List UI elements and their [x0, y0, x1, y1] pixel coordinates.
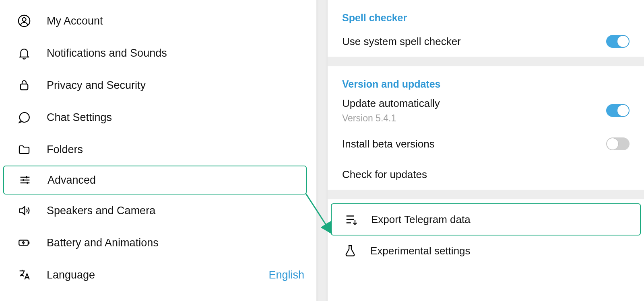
- user-icon: [16, 13, 32, 29]
- section-version-updates: Version and updates: [342, 66, 630, 92]
- highlight-export-data: Export Telegram data: [331, 203, 641, 235]
- sidebar-item-advanced[interactable]: Advanced: [3, 166, 307, 195]
- sidebar-item-battery-animations[interactable]: Battery and Animations: [0, 227, 316, 259]
- sidebar-item-label: Language: [47, 269, 268, 281]
- toggle-system-spell-checker[interactable]: [606, 35, 630, 48]
- sidebar-item-label: Speakers and Camera: [47, 205, 304, 217]
- setting-check-for-updates[interactable]: Check for updates: [342, 159, 630, 190]
- svg-point-1: [22, 18, 26, 21]
- chat-icon: [16, 109, 32, 125]
- sidebar-item-label: Battery and Animations: [47, 237, 304, 249]
- setting-label: Use system spell checker: [342, 35, 606, 48]
- sidebar-item-speakers-camera[interactable]: Speakers and Camera: [0, 195, 316, 227]
- setting-update-automatically[interactable]: Update automatically Version 5.4.1: [342, 92, 630, 129]
- bell-icon: [16, 45, 32, 61]
- language-icon: [16, 267, 32, 283]
- sidebar-item-folders[interactable]: Folders: [0, 133, 316, 166]
- section-spell-checker: Spell checker: [342, 0, 630, 26]
- sidebar-item-label: Folders: [47, 143, 304, 156]
- sidebar-item-value: English: [268, 269, 304, 281]
- sidebar-item-notifications[interactable]: Notifications and Sounds: [0, 37, 316, 69]
- setting-label: Install beta versions: [342, 138, 606, 150]
- sidebar-item-label: Privacy and Security: [47, 79, 304, 92]
- sidebar-item-label: My Account: [47, 15, 304, 27]
- sidebar-item-label: Notifications and Sounds: [47, 47, 304, 59]
- export-icon: [343, 211, 359, 227]
- advanced-settings-panel: Spell checker Use system spell checker V…: [328, 0, 644, 301]
- sliders-icon: [17, 172, 33, 188]
- setting-label: Update automatically: [342, 97, 606, 110]
- battery-icon: [16, 235, 32, 251]
- section-divider: [328, 190, 644, 199]
- setting-label: Check for updates: [342, 168, 630, 181]
- setting-system-spell-checker[interactable]: Use system spell checker: [342, 26, 630, 57]
- setting-install-beta[interactable]: Install beta versions: [342, 129, 630, 159]
- panel-divider: [316, 0, 328, 301]
- speaker-icon: [16, 203, 32, 219]
- section-divider: [328, 57, 644, 66]
- sidebar-item-chat-settings[interactable]: Chat Settings: [0, 101, 316, 133]
- toggle-update-automatically[interactable]: [606, 104, 630, 117]
- setting-label: Export Telegram data: [371, 213, 629, 226]
- settings-sidebar: My Account Notifications and Sounds Priv…: [0, 0, 316, 301]
- sidebar-item-label: Chat Settings: [47, 111, 304, 124]
- folder-icon: [16, 141, 32, 158]
- setting-label: Experimental settings: [370, 245, 630, 257]
- flask-icon: [342, 243, 358, 259]
- lock-icon: [16, 77, 32, 93]
- toggle-install-beta[interactable]: [606, 137, 630, 150]
- version-text: Version 5.4.1: [342, 113, 606, 124]
- sidebar-item-label: Advanced: [47, 174, 297, 186]
- setting-export-telegram-data[interactable]: Export Telegram data: [332, 204, 640, 235]
- sidebar-item-privacy[interactable]: Privacy and Security: [0, 69, 316, 101]
- sidebar-item-my-account[interactable]: My Account: [0, 5, 316, 37]
- sidebar-item-language[interactable]: Language English: [0, 259, 316, 291]
- svg-rect-2: [21, 84, 28, 90]
- setting-experimental[interactable]: Experimental settings: [328, 235, 644, 266]
